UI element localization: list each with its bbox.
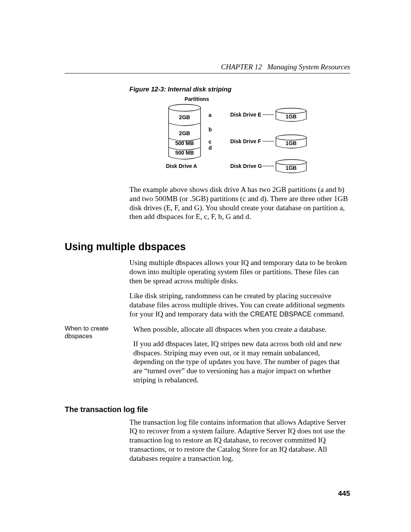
- sidehead-block: When to create dbspaces When possible, a…: [65, 325, 350, 390]
- svg-text:Disk Drive E: Disk Drive E: [230, 112, 261, 118]
- chapter-title: Managing System Resources: [267, 63, 350, 71]
- figure-diagram: Partitions 2GB 2GB 500 MB 500 MB: [164, 96, 350, 177]
- drive-e-icon: Disk Drive E 1GB: [230, 108, 306, 121]
- svg-text:Disk Drive G: Disk Drive G: [230, 163, 262, 169]
- figure-description: The example above shows disk drive A has…: [129, 185, 350, 221]
- svg-text:b: b: [209, 126, 212, 133]
- chapter-label: CHAPTER 12: [221, 63, 262, 71]
- create-dbspace-cmd: CREATE DBSPACE: [250, 310, 311, 318]
- partitions-label: Partitions: [185, 96, 209, 102]
- svg-point-11: [276, 108, 306, 113]
- svg-text:500 MB: 500 MB: [175, 150, 194, 156]
- section1-p4: If you add dbspaces later, IQ stripes ne…: [133, 339, 350, 385]
- svg-text:2GB: 2GB: [179, 130, 190, 136]
- page: CHAPTER 12 Managing System Resources Fig…: [0, 0, 411, 532]
- running-header: CHAPTER 12 Managing System Resources: [221, 63, 350, 71]
- figure-caption: Figure 12-3: Internal disk striping: [129, 86, 350, 93]
- section-heading-txnlog: The transaction log file: [65, 405, 350, 414]
- svg-text:Disk Drive A: Disk Drive A: [166, 163, 197, 169]
- content: Figure 12-3: Internal disk striping Part…: [65, 86, 350, 463]
- drive-f-icon: Disk Drive F 1GB: [230, 135, 306, 148]
- svg-text:c: c: [209, 139, 212, 145]
- svg-text:1GB: 1GB: [286, 165, 297, 171]
- svg-text:Disk Drive F: Disk Drive F: [230, 138, 261, 144]
- section2-p1: The transaction log file contains inform…: [129, 418, 350, 463]
- svg-text:1GB: 1GB: [286, 140, 297, 146]
- svg-point-17: [276, 160, 306, 165]
- page-number: 445: [338, 489, 350, 498]
- header-rule: [65, 73, 350, 73]
- svg-point-0: [169, 104, 201, 111]
- svg-text:2GB: 2GB: [179, 114, 190, 120]
- section1-p2: Like disk striping, randomness can be cr…: [129, 291, 350, 319]
- drive-g-icon: Disk Drive G 1GB: [230, 160, 306, 173]
- svg-text:a: a: [209, 112, 212, 118]
- sidehead-body: When possible, allocate all dbspaces whe…: [133, 325, 350, 390]
- section1-p3: When possible, allocate all dbspaces whe…: [133, 325, 350, 334]
- section1-p1: Using multiple dbspaces allows your IQ a…: [129, 258, 350, 285]
- svg-text:500 MB: 500 MB: [175, 140, 194, 146]
- svg-text:1GB: 1GB: [286, 113, 297, 120]
- svg-text:d: d: [209, 145, 212, 151]
- svg-point-14: [276, 135, 306, 140]
- section-heading-dbspaces: Using multiple dbspaces: [65, 241, 350, 253]
- drive-a-icon: 2GB 2GB 500 MB 500 MB a b c d Disk Drive…: [166, 104, 212, 169]
- sidehead-label: When to create dbspaces: [65, 325, 133, 340]
